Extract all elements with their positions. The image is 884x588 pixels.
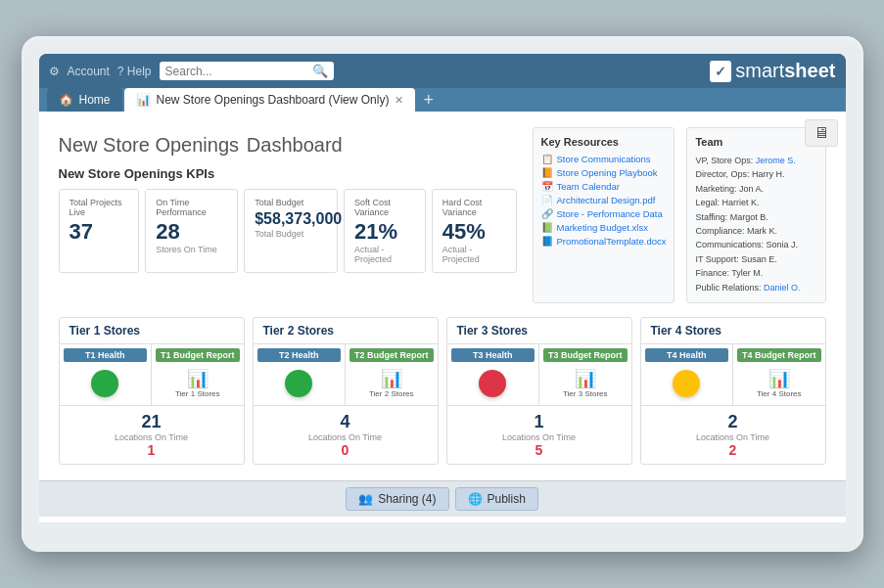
kpi-label: On Time Performance	[156, 198, 227, 217]
tier-3-budget-card[interactable]: T3 Budget Report 📊 Tier 3 Stores	[539, 344, 631, 405]
team-text: VP, Store Ops: Jerome S. Director, Ops: …	[695, 154, 816, 294]
resource-icon: 📗	[541, 222, 553, 233]
tier-2-title: Tier 2 Stores	[254, 318, 438, 344]
kpi-soft-cost: Soft Cost Variance 21% Actual - Projecte…	[344, 189, 426, 273]
publish-label: Publish	[488, 492, 526, 506]
resource-icon: 📘	[541, 236, 553, 247]
resource-link[interactable]: PromotionalTemplate.docx	[557, 236, 667, 247]
dashboard-left: New Store Openings Dashboard New Store O…	[59, 127, 517, 303]
kpi-section: New Store Openings KPIs Total Projects L…	[59, 166, 517, 273]
dashboard-title: New Store Openings Dashboard	[59, 127, 517, 158]
team-link-daniel[interactable]: Daniel O.	[764, 283, 801, 293]
publish-button[interactable]: 🌐 Publish	[455, 487, 538, 511]
tier-4-budget-label: T4 Budget Report	[737, 348, 821, 362]
tier-3-health-card: T3 Health	[447, 344, 540, 405]
tiers-section: Tier 1 Stores T1 Health T1 Budget Report	[59, 317, 826, 465]
resource-link[interactable]: Marketing Budget.xlsx	[557, 222, 648, 233]
spreadsheet-icon: 📊	[381, 368, 402, 389]
tier-1-locations: 21	[68, 412, 236, 432]
tier-2-cards: T2 Health T2 Budget Report 📊 Tier 2 Stor…	[254, 344, 438, 405]
top-nav: ⚙ Account ? Help 🔍	[49, 62, 334, 80]
tier-3-locations: 1	[455, 412, 624, 432]
search-bar[interactable]: 🔍	[160, 62, 334, 80]
tier-2-budget-label: T2 Budget Report	[349, 348, 434, 362]
search-icon[interactable]: 🔍	[312, 64, 328, 78]
settings-icon: ⚙	[49, 65, 60, 78]
brand-logo: ✓ smartsheet	[710, 60, 835, 82]
tab-dashboard[interactable]: 📊 New Store Openings Dashboard (View Onl…	[124, 88, 416, 112]
resource-item: 📗 Marketing Budget.xlsx	[541, 222, 667, 233]
browser-top-bar: ⚙ Account ? Help 🔍 ✓ smartsheet	[39, 54, 846, 88]
tier-1-title: Tier 1 Stores	[60, 318, 244, 344]
tier-1-cards: T1 Health T1 Budget Report 📊 Tier 1 Stor…	[60, 344, 244, 405]
resource-icon: 📋	[541, 154, 553, 164]
tier-4-locations-label: Locations On Time	[649, 432, 817, 442]
tier-2-health-indicator	[257, 366, 342, 401]
resource-item: 🔗 Store - Performance Data	[541, 208, 667, 219]
account-link[interactable]: Account	[68, 65, 110, 78]
tier-2-health-label: T2 Health	[257, 348, 342, 362]
yellow-dot	[673, 370, 700, 397]
tier-1-budget-label: T1 Budget Report	[156, 348, 240, 362]
resource-item: 📋 Store Communications	[541, 154, 667, 164]
resource-item: 📙 Store Opening Playbook	[541, 167, 667, 178]
add-tab-button[interactable]: +	[417, 90, 440, 111]
resource-item: 📄 Architectural Design.pdf	[541, 195, 667, 205]
tier-4-bottom: 2 Locations On Time 2	[641, 405, 825, 464]
tier-3-cards: T3 Health T3 Budget Report 📊 Tier 3 Stor…	[447, 344, 631, 405]
sharing-icon: 👥	[358, 492, 373, 506]
sharing-button[interactable]: 👥 Sharing (4)	[346, 487, 448, 511]
resource-link[interactable]: Store Communications	[557, 154, 651, 164]
tab-bar: 🏠 Home 📊 New Store Openings Dashboard (V…	[39, 88, 846, 112]
tier-1-bottom: 21 Locations On Time 1	[60, 405, 244, 464]
team-panel: Team VP, Store Ops: Jerome S. Director, …	[686, 127, 825, 303]
tier-3-sheet-label: Tier 3 Stores	[563, 389, 608, 398]
green-dot	[91, 370, 118, 397]
tier-2-health-card: T2 Health	[254, 344, 347, 405]
tier-3-budget-report: 📊 Tier 3 Stores	[543, 366, 628, 401]
brand-checkmark: ✓	[710, 61, 731, 82]
search-input[interactable]	[165, 65, 312, 78]
resource-link[interactable]: Team Calendar	[557, 181, 620, 192]
kpi-label: Soft Cost Variance	[354, 198, 415, 217]
tier-4-sheet-label: Tier 4 Stores	[757, 389, 802, 398]
tier-2-budget-card[interactable]: T2 Budget Report 📊 Tier 2 Stores	[346, 344, 438, 405]
tier-4-overdue: 2	[649, 442, 817, 458]
resource-link[interactable]: Store Opening Playbook	[557, 167, 658, 178]
tier-2-overdue: 0	[261, 442, 430, 458]
team-link-jerome[interactable]: Jerome S.	[756, 156, 796, 165]
help-link[interactable]: ? Help	[117, 65, 152, 78]
dashboard-top: New Store Openings Dashboard New Store O…	[59, 127, 826, 303]
kpi-sub: Total Budget	[255, 229, 327, 239]
brand-area: ✓ smartsheet	[710, 60, 835, 82]
bottom-toolbar: 👥 Sharing (4) 🌐 Publish	[39, 480, 846, 517]
kpi-cards: Total Projects Live 37 On Time Performan…	[59, 189, 517, 273]
resource-icon: 📄	[541, 195, 553, 205]
resource-icon: 📙	[541, 167, 553, 178]
brand-name: smartsheet	[735, 60, 835, 82]
resource-link[interactable]: Architectural Design.pdf	[557, 195, 656, 205]
kpi-value: 45%	[442, 221, 506, 243]
tier-2-budget-report: 📊 Tier 2 Stores	[349, 366, 434, 401]
kpi-value: 21%	[354, 221, 415, 243]
tab-home[interactable]: 🏠 Home	[47, 88, 122, 112]
kpi-label: Total Projects Live	[70, 198, 129, 217]
tier-4-locations: 2	[649, 412, 817, 432]
tier-1-budget-card[interactable]: T1 Budget Report 📊 Tier 1 Stores	[152, 344, 244, 405]
tier-3-bottom: 1 Locations On Time 5	[447, 405, 631, 464]
tier-2-sheet-label: Tier 2 Stores	[369, 389, 414, 398]
resource-icon: 🔗	[541, 208, 553, 219]
tier-4-cards: T4 Health T4 Budget Report 📊 Tier 4 Stor…	[641, 344, 825, 405]
tier-4-block: Tier 4 Stores T4 Health T4 Budget Report	[640, 317, 826, 465]
tier-1-health-card: T1 Health	[60, 344, 153, 405]
kpi-label: Total Budget	[255, 198, 327, 207]
tier-4-health-label: T4 Health	[645, 348, 729, 362]
resource-link[interactable]: Store - Performance Data	[557, 208, 663, 219]
kpi-on-time: On Time Performance 28 Stores On Time	[145, 189, 238, 273]
tier-4-budget-card[interactable]: T4 Budget Report 📊 Tier 4 Stores	[733, 344, 825, 405]
tier-3-health-indicator	[451, 366, 535, 401]
close-tab-button[interactable]: ✕	[395, 94, 403, 107]
monitor-icon[interactable]: 🖥	[805, 119, 838, 147]
publish-icon: 🌐	[468, 492, 483, 506]
kpi-hard-cost: Hard Cost Variance 45% Actual - Projecte…	[432, 189, 517, 273]
